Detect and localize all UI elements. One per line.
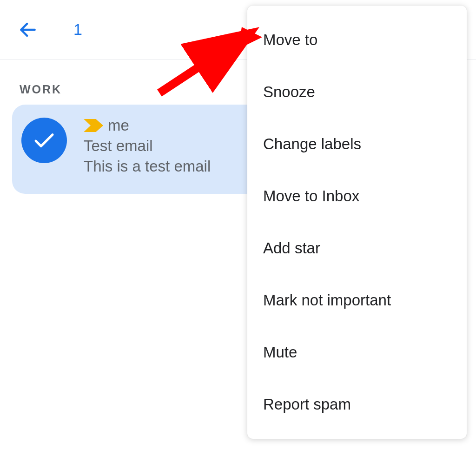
menu-item-mark-not-important[interactable]: Mark not important	[247, 274, 467, 326]
back-button[interactable]	[14, 16, 42, 44]
menu-item-snooze[interactable]: Snooze	[247, 66, 467, 118]
menu-item-move-to[interactable]: Move to	[247, 14, 467, 66]
selected-avatar[interactable]	[21, 118, 67, 163]
menu-item-report-spam[interactable]: Report spam	[247, 378, 467, 430]
context-menu: Move to Snooze Change labels Move to Inb…	[247, 6, 467, 439]
sender-name: me	[108, 117, 129, 134]
menu-item-change-labels[interactable]: Change labels	[247, 118, 467, 170]
menu-item-move-to-inbox[interactable]: Move to Inbox	[247, 170, 467, 222]
menu-item-mute[interactable]: Mute	[247, 326, 467, 378]
important-marker-icon[interactable]	[84, 119, 103, 132]
back-arrow-icon	[18, 20, 38, 40]
checkmark-icon	[32, 128, 57, 153]
menu-item-add-star[interactable]: Add star	[247, 222, 467, 274]
selection-count: 1	[73, 20, 82, 39]
